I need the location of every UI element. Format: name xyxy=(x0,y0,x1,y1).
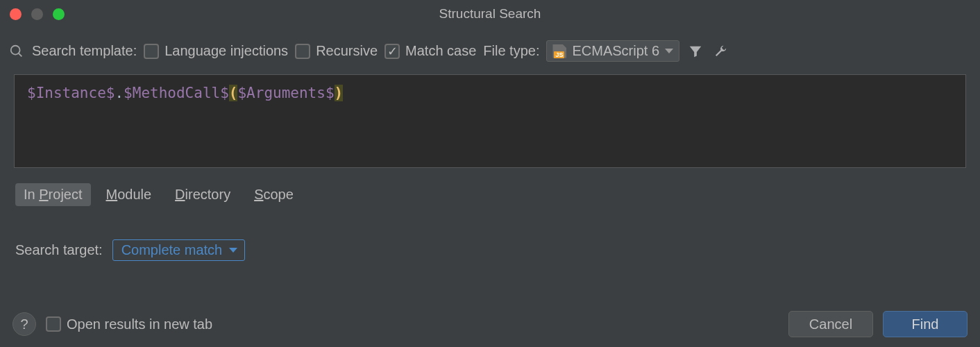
search-icon[interactable] xyxy=(8,43,25,60)
close-window-button[interactable] xyxy=(10,8,22,20)
scope-tab-module[interactable]: Module xyxy=(98,183,160,206)
language-injections-label: Language injections xyxy=(164,43,288,59)
minimize-window-button[interactable] xyxy=(31,8,43,20)
javascript-file-icon xyxy=(552,44,566,58)
token-variable: $MethodCall$ xyxy=(124,85,229,101)
checkbox-icon xyxy=(46,316,61,332)
recursive-checkbox[interactable]: Recursive xyxy=(295,43,378,59)
token-variable: $Arguments$ xyxy=(237,85,334,101)
wrench-icon[interactable] xyxy=(711,42,729,60)
search-template-editor[interactable]: $Instance$.$MethodCall$($Arguments$) xyxy=(14,74,966,168)
window-title: Structural Search xyxy=(0,6,980,22)
search-target-value: Complete match xyxy=(121,242,223,258)
token-paren-open: ( xyxy=(229,85,238,101)
checkbox-icon xyxy=(295,44,310,59)
match-case-checkbox[interactable]: Match case xyxy=(385,43,476,59)
find-button[interactable]: Find xyxy=(883,311,968,337)
svg-line-1 xyxy=(19,53,22,56)
search-target-label: Search target: xyxy=(15,242,103,258)
scope-tab-in-project[interactable]: In Project xyxy=(15,183,91,206)
titlebar: Structural Search xyxy=(0,0,980,28)
token-variable: $Instance$ xyxy=(27,85,115,101)
search-target-select[interactable]: Complete match xyxy=(112,239,246,261)
scope-tabs: In Project Module Directory Scope xyxy=(0,168,980,206)
search-toolbar: Search template: Language injections Rec… xyxy=(0,28,980,67)
scope-tab-directory[interactable]: Directory xyxy=(167,183,239,206)
match-case-label: Match case xyxy=(405,43,476,59)
svg-point-0 xyxy=(11,45,20,54)
open-new-tab-label: Open results in new tab xyxy=(67,316,212,332)
recursive-label: Recursive xyxy=(316,43,378,59)
scope-tab-scope[interactable]: Scope xyxy=(246,183,302,206)
search-template-label: Search template: xyxy=(32,43,137,59)
checkbox-icon xyxy=(144,44,159,59)
file-type-value: ECMAScript 6 xyxy=(572,43,659,59)
token-paren-close: ) xyxy=(335,85,344,101)
open-new-tab-checkbox[interactable]: Open results in new tab xyxy=(46,316,212,332)
filter-icon[interactable] xyxy=(686,42,704,60)
window-controls xyxy=(0,8,65,20)
token-dot: . xyxy=(115,85,124,101)
chevron-down-icon xyxy=(229,248,237,253)
maximize-window-button[interactable] xyxy=(53,8,65,20)
help-button[interactable]: ? xyxy=(12,312,36,336)
file-type-select[interactable]: ECMAScript 6 xyxy=(546,40,679,62)
file-type-label: File type: xyxy=(483,43,539,59)
language-injections-checkbox[interactable]: Language injections xyxy=(144,43,288,59)
chevron-down-icon xyxy=(665,49,673,53)
cancel-button[interactable]: Cancel xyxy=(788,311,873,337)
dialog-footer: ? Open results in new tab Cancel Find xyxy=(0,301,980,347)
search-target-row: Search target: Complete match xyxy=(0,206,980,261)
checkbox-checked-icon xyxy=(385,44,400,59)
